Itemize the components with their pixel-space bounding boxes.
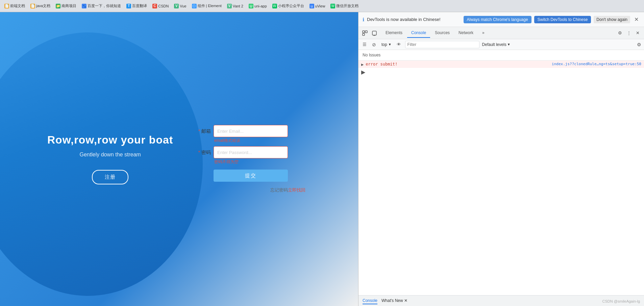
email-label: * 邮箱 [196, 125, 214, 134]
app-subtitle: Gentlely down the stream [47, 152, 173, 158]
switch-chinese-button[interactable]: Switch DevTools to Chinese [534, 16, 591, 23]
bookmark-label: Vue [180, 4, 186, 8]
tab-sources[interactable]: Sources [431, 28, 454, 38]
bookmark-wechat-docs[interactable]: W 微信开放文档 [329, 3, 360, 9]
bookmark-label: Vant 2 [233, 4, 243, 8]
email-row: * 邮箱 email格式错误 [196, 125, 331, 144]
bookmark-vant[interactable]: V Vant 2 [225, 3, 245, 9]
clear-console-icon[interactable]: ⊘ [371, 41, 377, 48]
console-toolbar: ☰ ⊘ top ▼ 👁 Default levels ▼ ⚙ [358, 39, 644, 50]
bookmark-frontend-docs[interactable]: 📄 前端文档 [3, 3, 27, 9]
bookmark-java-docs[interactable]: 📄 java文档 [29, 3, 52, 9]
svg-rect-0 [363, 31, 365, 33]
devtools-inspect-icon[interactable] [361, 29, 369, 37]
info-icon: ℹ [363, 17, 364, 22]
default-levels-label: Default levels [482, 42, 506, 47]
bookmark-label: 南商项目 [61, 3, 76, 8]
email-input[interactable] [214, 125, 288, 137]
devtools-settings-icon[interactable]: ⚙ [616, 29, 624, 37]
bookmark-label: 微信开放文档 [336, 3, 358, 8]
sidebar-toggle-icon[interactable]: ☰ [361, 41, 368, 48]
bottom-tab-console[interactable]: Console [363, 298, 377, 304]
devtools-tabs-bar: Elements Console Sources Network » ⚙ ⋮ ✕ [358, 27, 644, 39]
bookmark-uview[interactable]: u uView [308, 3, 327, 9]
devtools-panel: ℹ DevTools is now available in Chinese! … [358, 12, 644, 306]
left-content: Row,row,row your boat Gentlely down the … [47, 134, 173, 184]
main-layout: Row,row,row your boat Gentlely down the … [0, 12, 644, 306]
watermark: CSDN @smileAgain-lg [602, 299, 640, 303]
console-log-source[interactable]: index.js??clonedRule…ng=ts&setup=true:50 [552, 62, 641, 66]
console-error-row: ▶ error submit! index.js??clonedRule…ng=… [358, 60, 644, 68]
devtools-notification: ℹ DevTools is now available in Chinese! … [358, 12, 644, 27]
password-input-wrap: 密码不得为空 [214, 146, 331, 165]
bottom-tab-whats-new[interactable]: What's New ✕ [381, 298, 407, 304]
bookmark-label: 组件 | Element [198, 3, 222, 8]
svg-rect-2 [363, 33, 365, 35]
bookmark-label: uView [315, 4, 325, 8]
bookmark-label: CSDN [158, 4, 169, 8]
devtools-right-icons: ⚙ ⋮ ✕ [616, 29, 641, 37]
email-error: email格式错误 [214, 138, 331, 144]
login-form: * 邮箱 email格式错误 * 密码 [196, 125, 331, 193]
bookmark-baidu[interactable]: 🐾 百度一下，你就知道 [80, 3, 123, 9]
console-log-child-expand[interactable]: ▶ [358, 68, 644, 76]
top-dropdown-arrow: ▼ [388, 43, 392, 46]
bookmark-nanshang[interactable]: 📁 南商项目 [54, 3, 78, 9]
submit-button[interactable]: 提交 [214, 170, 288, 182]
email-required-mark: * [198, 128, 200, 134]
bookmark-element[interactable]: ⬡ 组件 | Element [190, 3, 223, 9]
blue-background: Row,row,row your boat Gentlely down the … [0, 12, 358, 306]
bookmark-miniprogram[interactable]: W 小程序公众平台 [271, 3, 306, 9]
console-settings-icon[interactable]: ⚙ [637, 42, 641, 47]
bookmark-label: 百度一下，你就知道 [88, 3, 121, 8]
register-button[interactable]: 注册 [92, 170, 128, 184]
match-language-button[interactable]: Always match Chrome's language [464, 16, 531, 23]
dont-show-again-button[interactable]: Don't show again [594, 16, 630, 23]
devtools-more-icon[interactable]: ⋮ [625, 29, 633, 37]
devtools-device-icon[interactable] [371, 29, 378, 37]
bookmark-csdn[interactable]: C CSDN [151, 3, 170, 9]
bookmark-label: 小程序公众平台 [278, 3, 304, 8]
top-context-select[interactable]: top ▼ [380, 42, 393, 48]
forgot-prefix: 忘记密码 [270, 187, 288, 193]
tab-elements[interactable]: Elements [381, 28, 406, 38]
expand-icon[interactable]: ▶ [361, 62, 364, 67]
console-filter-input[interactable] [405, 41, 479, 48]
bookmark-label: 前端文档 [10, 3, 25, 8]
password-row: * 密码 密码不得为空 [196, 146, 331, 165]
bookmarks-bar: 📄 前端文档 📄 java文档 📁 南商项目 🐾 百度一下，你就知道 T 百度翻… [0, 0, 644, 12]
svg-rect-3 [372, 31, 376, 35]
password-error: 密码不得为空 [214, 159, 331, 165]
bookmark-label: java文档 [36, 3, 50, 8]
bookmark-list: 📄 前端文档 📄 java文档 📁 南商项目 🐾 百度一下，你就知道 T 百度翻… [3, 3, 360, 9]
tab-network[interactable]: Network [454, 28, 477, 38]
bookmark-label: uni-app [254, 4, 267, 8]
forgot-row: 忘记密码立即找回 [214, 187, 305, 193]
forgot-link[interactable]: 立即找回 [288, 187, 305, 193]
devtools-bottom-bar: Console What's New ✕ [358, 295, 644, 306]
notify-text: DevTools is now available in Chinese! [367, 17, 461, 22]
tab-console[interactable]: Console [407, 28, 430, 38]
top-label: top [381, 42, 387, 47]
app-panel: Row,row,row your boat Gentlely down the … [0, 12, 358, 306]
tab-more[interactable]: » [478, 28, 489, 38]
svg-rect-1 [365, 31, 367, 33]
email-input-wrap: email格式错误 [214, 125, 331, 144]
devtools-close-icon[interactable]: ✕ [634, 29, 641, 37]
console-log-text: error submit! [366, 62, 552, 67]
default-levels-select[interactable]: Default levels ▼ [482, 42, 511, 47]
eye-icon[interactable]: 👁 [396, 41, 402, 48]
password-label: * 密码 [196, 146, 214, 156]
password-input[interactable] [214, 146, 288, 158]
password-required-mark: * [198, 150, 200, 155]
bookmark-baidu-translate[interactable]: T 百度翻译 [125, 3, 149, 9]
app-title: Row,row,row your boat [47, 134, 173, 146]
no-issues-text: No Issues [358, 51, 644, 60]
default-levels-arrow: ▼ [507, 43, 511, 46]
bookmark-uniapp[interactable]: U uni-app [247, 3, 269, 9]
notification-close-button[interactable]: ✕ [633, 16, 640, 23]
bookmark-label: 百度翻译 [132, 3, 147, 8]
bookmark-vue[interactable]: V Vue [172, 3, 188, 9]
console-content: No Issues ▶ error submit! index.js??clon… [358, 50, 644, 295]
